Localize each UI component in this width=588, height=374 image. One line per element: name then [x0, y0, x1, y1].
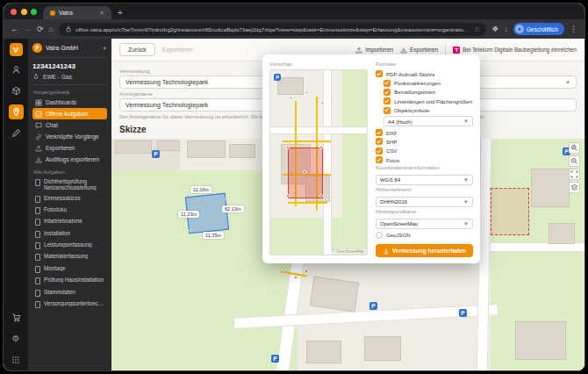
address-bar[interactable]: office.vaira.app/o/c7be7mnm97trdroIIrg2g…: [59, 23, 486, 36]
section-all-tasks: Alle Aufgaben: [33, 169, 106, 175]
sidebar-item-chat[interactable]: Chat: [32, 119, 107, 131]
format-option-shp[interactable]: SHP: [376, 138, 473, 145]
tab-close-icon[interactable]: ✕: [99, 10, 104, 17]
format-option-csv[interactable]: CSV: [376, 147, 473, 155]
fit-view-button[interactable]: [569, 169, 580, 180]
sidebar-item-open-tasks[interactable]: Offene Aufgaben: [32, 108, 107, 119]
checkbox-checked-icon[interactable]: [376, 138, 383, 145]
checkbox-checked-icon[interactable]: [376, 156, 383, 163]
checkbox-checked-icon[interactable]: [384, 80, 391, 87]
checkbox-checked-icon[interactable]: [384, 89, 391, 96]
parking-marker[interactable]: P: [271, 355, 279, 363]
reload-icon[interactable]: ⟳: [37, 25, 44, 33]
task-item-montage[interactable]: Montage: [32, 263, 107, 275]
browser-profile-chip[interactable]: ● Geschäftlich: [513, 23, 564, 35]
checkbox-unchecked-icon[interactable]: [376, 232, 383, 239]
measurement-label: 11,35m: [203, 232, 224, 239]
export-popover: Vorschau: [262, 54, 480, 263]
parking-marker[interactable]: P: [369, 302, 377, 310]
flame-icon: [32, 73, 39, 80]
checkbox-checked-icon[interactable]: [376, 70, 383, 77]
minimize-window-button[interactable]: [21, 9, 27, 15]
format-option-object-symbols[interactable]: Objektsymbole: [384, 107, 473, 114]
format-option-point-markers[interactable]: Punktmarkierungen: [384, 80, 473, 87]
apps-grid-icon[interactable]: [9, 352, 24, 367]
import-button[interactable]: Importieren: [355, 47, 393, 54]
parking-marker[interactable]: P: [152, 150, 160, 158]
format-option-fotos[interactable]: Fotos: [376, 156, 473, 163]
close-window-button[interactable]: [11, 9, 17, 15]
export-disabled-button[interactable]: Exportieren: [162, 47, 193, 53]
preview-survey-point: [303, 170, 306, 174]
download-icon: [383, 248, 390, 255]
telekom-submit-button[interactable]: T Bei Telekom Digitale Baubegleitung ein…: [453, 47, 577, 54]
chevron-down-icon: ▼: [463, 177, 469, 183]
bookmark-star-icon[interactable]: ☆: [474, 25, 480, 33]
back-button[interactable]: Zurück: [119, 43, 155, 56]
zoom-in-button[interactable]: [569, 142, 580, 154]
checkbox-checked-icon[interactable]: [384, 107, 391, 114]
sidebar-item-dashboards[interactable]: Dashboards: [32, 97, 107, 108]
layers-button[interactable]: [569, 182, 580, 193]
paper-size-select[interactable]: A4 (Hoch) ▼: [384, 116, 473, 126]
preview-label: Vorschau: [269, 61, 368, 67]
survey-point: [305, 270, 308, 273]
zoom-out-button[interactable]: [569, 155, 580, 167]
task-item-einmessskizze[interactable]: Einmessskizze: [32, 192, 107, 204]
task-item-inbetriebnahme[interactable]: Inbetriebnahme: [32, 216, 107, 227]
format-option-pdf[interactable]: PDF-Aufmaß-Skizze: [376, 70, 473, 77]
cart-icon[interactable]: [9, 310, 24, 325]
org-switcher[interactable]: F Vaira GmbH ▼: [32, 43, 107, 58]
user-icon[interactable]: [9, 62, 24, 77]
browser-window: Vaira ✕ + ← → ⟳ ⌂ office.vaira.app/o/c7b…: [3, 3, 585, 371]
process-type[interactable]: EWE - Gas: [32, 73, 107, 85]
background-map-select[interactable]: OpenStreetMap ▼: [376, 219, 473, 229]
traffic-lights[interactable]: [11, 4, 37, 19]
task-item-stammdaten[interactable]: Stammdaten: [32, 286, 107, 298]
new-tab-button[interactable]: +: [118, 6, 123, 19]
task-item-fotodoku[interactable]: Fotodoku: [32, 205, 107, 216]
task-item-leistungserfassung[interactable]: Leistungserfassung: [32, 240, 107, 251]
coordinate-transformation-label: Koordinatentransformation: [376, 164, 473, 170]
format-option-dimension-lines[interactable]: Bemaßungslinien: [384, 89, 473, 96]
sidebar-item-label: Chat: [46, 122, 58, 128]
pen-icon[interactable]: [9, 126, 24, 140]
sketch-preview-map[interactable]: P © OpenStreetMap: [269, 69, 368, 255]
checkbox-checked-icon[interactable]: [376, 147, 383, 155]
home-icon[interactable]: ⌂: [49, 25, 54, 33]
format-option-geojson[interactable]: GeoJSON: [376, 232, 473, 239]
export-button[interactable]: Exportieren: [400, 47, 438, 54]
sidebar-item-auditlogs[interactable]: Auditlogs exportieren: [32, 154, 107, 165]
checkbox-checked-icon[interactable]: [376, 129, 383, 136]
document-icon: [35, 301, 40, 308]
back-icon[interactable]: ←: [11, 25, 18, 33]
zoom-window-button[interactable]: [31, 9, 37, 15]
task-item-installation[interactable]: Installation: [32, 228, 107, 240]
extensions-icon[interactable]: ❖: [491, 25, 498, 33]
coordinate-transformation-select[interactable]: WGS 84 ▼: [376, 175, 473, 185]
background-map-label: Hintergrundkarte: [376, 208, 473, 214]
height-reference-select[interactable]: DHHN2016 ▼: [376, 197, 473, 207]
download-measurement-button[interactable]: Vermessung herunterladen: [376, 244, 473, 257]
sidebar-item-export[interactable]: Exportieren: [32, 142, 107, 154]
vaira-logo[interactable]: V: [10, 43, 23, 56]
format-option-lengths-areas[interactable]: Linienlängen und Flächengrößen: [384, 97, 473, 104]
document-icon: [35, 242, 40, 249]
forward-icon[interactable]: →: [24, 25, 32, 33]
map-pin-icon[interactable]: [9, 104, 24, 119]
browser-tab[interactable]: Vaira ✕: [43, 6, 111, 19]
task-item-dichtheitspruefung[interactable]: Dichtheitsprüfung Netzanschlussleitung: [32, 176, 107, 192]
modules-icon[interactable]: [9, 83, 24, 98]
format-option-dxf[interactable]: DXF: [376, 129, 473, 136]
browser-menu-icon[interactable]: ⋮: [570, 25, 577, 33]
task-item-pruefung-hausinstallation[interactable]: Prüfung Hausinstallation: [32, 275, 107, 286]
sidebar-item-linked-processes[interactable]: Verknüpfte Vorgänge: [32, 131, 107, 142]
map-building: [515, 321, 566, 360]
parking-marker[interactable]: P: [459, 309, 467, 317]
downloads-icon[interactable]: ↓: [504, 25, 508, 33]
task-item-materialerfassung[interactable]: Materialerfassung: [32, 251, 107, 263]
org-avatar: F: [32, 43, 42, 53]
task-item-versorgungsunterbrechung[interactable]: Versorgungsunterbrechung: [32, 298, 107, 310]
checkbox-checked-icon[interactable]: [384, 97, 391, 104]
settings-gear-icon[interactable]: ⚙: [9, 331, 24, 346]
